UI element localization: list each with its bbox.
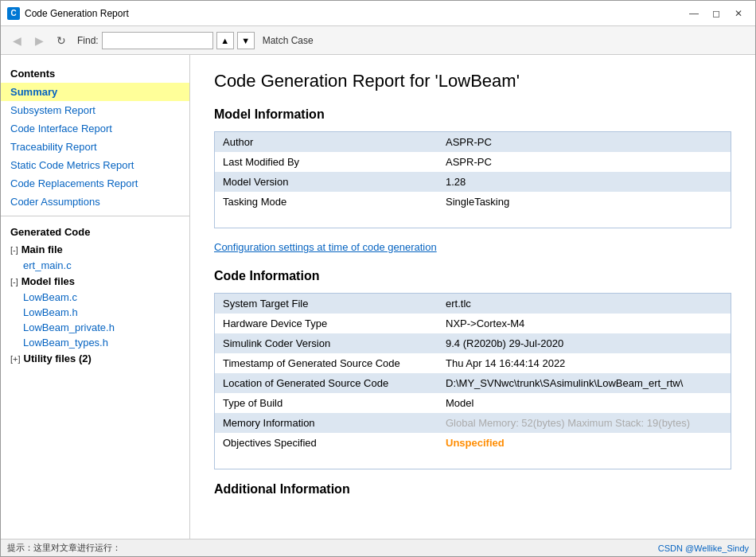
match-case-label: Match Case — [263, 35, 314, 46]
model-files-toggle[interactable]: [-] — [10, 277, 18, 286]
sidebar-item-coder-assumptions[interactable]: Coder Assumptions — [1, 193, 189, 211]
maximize-button[interactable]: ◻ — [706, 6, 727, 21]
model-files-label: Model files — [21, 275, 75, 287]
model-info-table: AuthorASPR-PCLast Modified ByASPR-PCMode… — [215, 132, 731, 212]
file-lowbeam-h[interactable]: LowBeam.h — [1, 305, 189, 320]
sidebar-item-code-interface[interactable]: Code Interface Report — [1, 119, 189, 138]
model-files-tree-item: [-] Model files — [1, 273, 189, 290]
code-info-heading: Code Information — [214, 269, 731, 283]
code-info-table-wrapper: System Target Fileert.tlcHardware Device… — [214, 293, 731, 469]
table-row: Timestamp of Generated Source CodeThu Ap… — [215, 353, 731, 373]
table-row: Simulink Coder Version9.4 (R2020b) 29-Ju… — [215, 333, 731, 353]
status-text: 提示：这里对文章进行运行： — [7, 542, 121, 554]
model-info-table-wrapper: AuthorASPR-PCLast Modified ByASPR-PCMode… — [214, 131, 731, 228]
forward-button[interactable]: ▶ — [29, 31, 49, 50]
table-row: Hardware Device TypeNXP->Cortex-M4 — [215, 314, 731, 333]
find-input[interactable] — [102, 32, 213, 49]
table-row: Model Version1.28 — [215, 172, 731, 192]
sidebar-divider — [1, 216, 189, 216]
table-row: Tasking ModeSingleTasking — [215, 192, 731, 212]
table-row: AuthorASPR-PC — [215, 132, 731, 152]
back-button[interactable]: ◀ — [7, 31, 26, 50]
find-next-button[interactable]: ▼ — [237, 32, 255, 49]
sidebar-item-code-replacements[interactable]: Code Replacements Report — [1, 174, 189, 193]
main-file-label: Main file — [21, 243, 63, 255]
config-link[interactable]: Configuration settings at time of code g… — [214, 241, 437, 253]
app-icon: C — [7, 7, 20, 20]
table-row: Location of Generated Source CodeD:\MY_S… — [215, 373, 731, 393]
file-lowbeam-types-h[interactable]: LowBeam_types.h — [1, 335, 189, 350]
main-file-tree-item: [-] Main file — [1, 241, 189, 258]
sidebar: Contents Summary Subsystem Report Code I… — [1, 55, 190, 539]
table-row: System Target Fileert.tlc — [215, 294, 731, 314]
file-lowbeam-private-h[interactable]: LowBeam_private.h — [1, 320, 189, 335]
additional-info-heading: Additional Information — [214, 482, 731, 497]
title-bar: C Code Generation Report — ◻ ✕ — [1, 1, 755, 26]
table-row: Type of BuildModel — [215, 393, 731, 413]
main-area: Contents Summary Subsystem Report Code I… — [1, 55, 755, 539]
file-lowbeam-c[interactable]: LowBeam.c — [1, 290, 189, 305]
csdn-label: CSDN @Wellike_Sindy — [658, 543, 749, 553]
contents-heading: Contents — [1, 63, 189, 83]
find-label: Find: — [77, 35, 99, 46]
window-controls: — ◻ ✕ — [684, 6, 749, 21]
generated-code-heading: Generated Code — [1, 221, 189, 241]
sidebar-item-subsystem-report[interactable]: Subsystem Report — [1, 101, 189, 119]
toolbar: ◀ ▶ ↻ Find: ▲ ▼ Match Case — [1, 26, 755, 55]
table-row: Memory InformationGlobal Memory: 52(byte… — [215, 413, 731, 433]
utility-files-label: Utility files (2) — [24, 353, 92, 364]
status-bar: 提示：这里对文章进行运行： CSDN @Wellike_Sindy — [1, 539, 755, 556]
close-button[interactable]: ✕ — [728, 6, 749, 21]
page-title: Code Generation Report for 'LowBeam' — [214, 71, 731, 92]
table-row: Last Modified ByASPR-PC — [215, 152, 731, 172]
table-row: Objectives SpecifiedUnspecified — [215, 433, 731, 453]
window-title: Code Generation Report — [25, 8, 684, 19]
code-info-table: System Target Fileert.tlcHardware Device… — [215, 294, 731, 453]
sidebar-item-traceability[interactable]: Traceability Report — [1, 138, 189, 156]
main-window: C Code Generation Report — ◻ ✕ ◀ ▶ ↻ Fin… — [0, 0, 756, 557]
utility-files-toggle[interactable]: [+] — [10, 354, 21, 364]
sidebar-item-summary[interactable]: Summary — [1, 83, 189, 101]
model-info-heading: Model Information — [214, 107, 731, 122]
utility-files-tree-item: [+] Utility files (2) — [1, 350, 189, 367]
file-ert-main[interactable]: ert_main.c — [1, 258, 189, 273]
main-file-toggle[interactable]: [-] — [10, 245, 18, 255]
sidebar-item-static-metrics[interactable]: Static Code Metrics Report — [1, 156, 189, 174]
refresh-button[interactable]: ↻ — [52, 31, 71, 50]
minimize-button[interactable]: — — [684, 6, 704, 21]
find-prev-button[interactable]: ▲ — [216, 32, 234, 49]
content-panel: Code Generation Report for 'LowBeam' Mod… — [190, 55, 755, 539]
